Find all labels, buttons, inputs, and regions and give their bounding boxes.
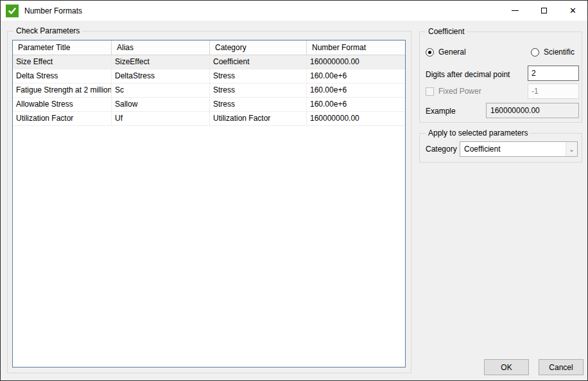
apply-group-label: Apply to selected parameters: [426, 128, 530, 137]
digits-input[interactable]: [528, 66, 579, 81]
cell-number-format: 160000000.00: [307, 55, 405, 69]
table-row[interactable]: Delta Stress DeltaStress Stress 160.00e+…: [13, 69, 405, 84]
cell-number-format: 160000000.00: [307, 112, 405, 126]
parameters-table[interactable]: Parameter Title Alias Category Number Fo…: [12, 40, 406, 368]
digits-label: Digits after decimal point: [426, 70, 510, 79]
maximize-icon: [541, 8, 547, 13]
apply-group: Apply to selected parameters Category Co…: [419, 133, 582, 163]
chevron-down-icon: ⌄: [566, 142, 577, 156]
title-bar[interactable]: Number Formats ✕: [1, 1, 587, 21]
table-row[interactable]: Fatigue Strength at 2 million Sc Stress …: [13, 84, 405, 98]
close-icon: ✕: [569, 6, 576, 15]
cell-alias: SizeEffect: [112, 55, 210, 69]
example-label: Example: [426, 107, 456, 116]
column-header-alias[interactable]: Alias: [112, 40, 210, 55]
cell-alias: Sc: [112, 84, 210, 98]
cell-number-format: 160.00e+6: [307, 84, 405, 98]
cell-parameter-title: Size Effect: [13, 55, 112, 69]
window-title: Number Formats: [24, 6, 82, 15]
fixed-power-input: [528, 84, 579, 99]
column-header-number-format[interactable]: Number Format: [307, 40, 405, 55]
cell-parameter-title: Allowable Stress: [13, 98, 112, 112]
checkbox-unchecked-icon: [426, 87, 434, 96]
category-combobox[interactable]: Coefficient ⌄: [460, 141, 578, 157]
cell-parameter-title: Fatigue Strength at 2 million: [13, 84, 112, 98]
scientific-radio-label: Scientific: [544, 48, 575, 57]
app-check-icon: [6, 4, 19, 17]
maximize-button[interactable]: [530, 1, 558, 21]
column-header-category[interactable]: Category: [210, 40, 307, 55]
minimize-button[interactable]: [501, 1, 530, 21]
cell-category: Stress: [210, 84, 307, 98]
coefficient-group-label: Coefficient: [426, 27, 467, 36]
cell-category: Stress: [210, 69, 307, 84]
number-formats-dialog: Number Formats ✕ Check Parameters Parame…: [0, 0, 588, 381]
radio-unselected-icon: [531, 48, 539, 57]
general-radio-label: General: [438, 48, 466, 57]
table-row[interactable]: Allowable Stress Sallow Stress 160.00e+6: [13, 98, 405, 112]
cell-number-format: 160.00e+6: [307, 98, 405, 112]
category-label: Category: [426, 145, 457, 154]
cell-category: Stress: [210, 98, 307, 112]
check-parameters-group-label: Check Parameters: [13, 26, 82, 35]
coefficient-group: Coefficient General Scientific Digits af…: [419, 31, 582, 123]
cell-alias: Sallow: [112, 98, 210, 112]
caption-buttons: ✕: [501, 1, 587, 21]
fixed-power-label: Fixed Power: [438, 87, 481, 96]
table-header-row: Parameter Title Alias Category Number Fo…: [13, 40, 405, 55]
cell-alias: DeltaStress: [112, 69, 210, 84]
close-button[interactable]: ✕: [558, 1, 587, 21]
cell-number-format: 160.00e+6: [307, 69, 405, 84]
column-header-parameter-title[interactable]: Parameter Title: [13, 40, 112, 55]
radio-selected-icon: [426, 48, 434, 57]
minimize-icon: [512, 10, 519, 11]
general-radio[interactable]: General: [426, 48, 466, 57]
table-row[interactable]: Size Effect SizeEffect Coefficient 16000…: [13, 55, 405, 69]
scientific-radio[interactable]: Scientific: [531, 48, 575, 57]
cell-category: Coefficient: [210, 55, 307, 69]
ok-button[interactable]: OK: [484, 359, 529, 375]
cell-category: Utilization Factor: [210, 112, 307, 126]
fixed-power-checkbox[interactable]: Fixed Power: [426, 87, 481, 96]
cell-alias: Uf: [112, 112, 210, 126]
table-row[interactable]: Utilization Factor Uf Utilization Factor…: [13, 112, 405, 126]
category-combobox-value: Coefficient: [460, 145, 566, 154]
cancel-button[interactable]: Cancel: [539, 359, 584, 375]
cell-parameter-title: Delta Stress: [13, 69, 112, 84]
cell-parameter-title: Utilization Factor: [13, 112, 112, 126]
example-value-field: 160000000.00: [486, 103, 579, 118]
